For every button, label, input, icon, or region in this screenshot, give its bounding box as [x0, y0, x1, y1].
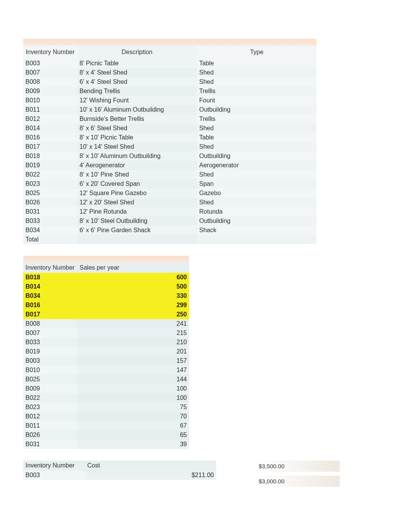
cell-inventory-number: B008	[23, 319, 77, 328]
cell-description: 12' Pine Rotunda	[77, 207, 197, 216]
table2-header-row: Inventory Number Sales per year	[23, 263, 189, 273]
cell-inventory-number: B017	[23, 142, 77, 151]
cell-type: Outbuilding	[197, 216, 317, 226]
cell-type: Table	[197, 133, 317, 142]
cell-sales-value: 600	[77, 273, 189, 282]
cell-description: 8' x 10' Pine Shed	[77, 170, 197, 179]
col-description: Description	[77, 46, 197, 59]
cell-sales-value: 67	[77, 421, 189, 430]
table-row: B0188' x 10' Aluminum OutbuildingOutbuil…	[23, 151, 317, 161]
cell-total-label: Total	[23, 235, 77, 244]
table1-top-bar	[23, 39, 317, 46]
amount-value: $3,500.00	[255, 461, 340, 472]
table-row: B01710' x 14' Steel ShedShed	[23, 142, 317, 151]
table-row: B012Burnside's Better TrellisTrellis	[23, 114, 317, 124]
table1-header-row: Inventory Number Description Type	[23, 46, 317, 59]
cell-inventory-number: B023	[23, 403, 77, 412]
table-row: B025144	[23, 375, 189, 384]
cell-description: 6' x 20' Covered Span	[77, 179, 197, 189]
table-row: B0078' x 4' Steel ShedShed	[23, 68, 317, 77]
table-row: B02375	[23, 403, 189, 412]
table-row: B007215	[23, 328, 189, 338]
col-sales-per-year: Sales per year	[77, 263, 189, 273]
cell-type: Shed	[197, 142, 317, 151]
cell-inventory-number: B009	[23, 87, 77, 96]
cell-description: 12' Wishing Fount	[77, 96, 197, 105]
table-row: B016299	[23, 301, 189, 310]
cell-inventory-number: B011	[23, 105, 77, 114]
table-row: B02665	[23, 430, 189, 440]
cell-type: Outbuilding	[197, 105, 317, 114]
cell-inventory-number: B012	[23, 412, 77, 421]
cell-inventory-number: B018	[23, 151, 77, 161]
cell-inventory-number: B022	[23, 170, 77, 179]
table-row: B0236' x 20' Covered SpanSpan	[23, 179, 317, 189]
cell-description: 8' x 4' Steel Shed	[77, 68, 197, 77]
col-inventory-number: Inventory Number	[23, 461, 85, 471]
table-row: B017250	[23, 310, 189, 319]
table-row: B03112' Pine RotundaRotunda	[23, 207, 317, 216]
col-cost: Cost	[85, 461, 216, 471]
cell-type: Rotunda	[197, 207, 317, 216]
cell-inventory-number: B018	[23, 273, 77, 282]
cell-description: 12' x 20' Steel Shed	[77, 198, 197, 207]
table-row: B008241	[23, 319, 189, 328]
cell-inventory-number: B022	[23, 393, 77, 403]
table-row: B003$211.00	[23, 471, 216, 480]
cell-inventory-number: B023	[23, 179, 77, 189]
table-row: B0148' x 6' Steel ShedShed	[23, 124, 317, 133]
table-row: B034330	[23, 291, 189, 301]
table-row: B009Bending TrellisTrellis	[23, 87, 317, 96]
cell-inventory-number: B019	[23, 347, 77, 356]
cost-table: Inventory Number Cost B003$211.00	[23, 461, 216, 480]
cell-inventory-number: B011	[23, 421, 77, 430]
cell-inventory-number: B025	[23, 189, 77, 198]
cell-inventory-number: B026	[23, 198, 77, 207]
cell-inventory-number: B034	[23, 291, 77, 301]
cell-sales-value: 39	[77, 440, 189, 449]
cell-inventory-number: B010	[23, 96, 77, 105]
cell-sales-value: 100	[77, 384, 189, 393]
cell-type: Shack	[197, 226, 317, 235]
cell-inventory-number: B014	[23, 282, 77, 291]
cell-sales-value: 250	[77, 310, 189, 319]
cell-sales-value: 201	[77, 347, 189, 356]
cell-description: 8' Picnic Table	[77, 59, 197, 68]
table-row: B02512' Square Pine GazeboGazebo	[23, 189, 317, 198]
cell-inventory-number: B026	[23, 430, 77, 440]
table-row: B022100	[23, 393, 189, 403]
cell-inventory-number: B008	[23, 77, 77, 87]
cell-type: Table	[197, 59, 317, 68]
cell-type: Shed	[197, 124, 317, 133]
cell-inventory-number: B016	[23, 301, 77, 310]
cell-inventory-number: B031	[23, 207, 77, 216]
cell-description: 8' x 10' Steel Outbuilding	[77, 216, 197, 226]
cell-sales-value: 210	[77, 338, 189, 347]
cell-sales-value: 100	[77, 393, 189, 403]
table-row: B0168' x 10' Picnic TableTable	[23, 133, 317, 142]
cell-type: Shed	[197, 68, 317, 77]
cell-inventory-number: B012	[23, 114, 77, 124]
cell-type: Shed	[197, 198, 317, 207]
cell-description: 4' Aerogenerator	[77, 161, 197, 170]
cell-description: 8' x 6' Steel Shed	[77, 124, 197, 133]
cell-inventory-number: B003	[23, 59, 77, 68]
cell-sales-value: 299	[77, 301, 189, 310]
cell-inventory-number: B003	[23, 356, 77, 365]
cell-type: Span	[197, 179, 317, 189]
table-row: B03139	[23, 440, 189, 449]
table-row: B02612' x 20' Steel ShedShed	[23, 198, 317, 207]
cell-type: Fount	[197, 96, 317, 105]
cell-description: 6' x 6' Pine Garden Shack	[77, 226, 197, 235]
cell-inventory-number: B010	[23, 365, 77, 375]
cell-inventory-number: B033	[23, 216, 77, 226]
cell-type: Trellis	[197, 114, 317, 124]
cell-description: 6' x 4' Steel Shed	[77, 77, 197, 87]
table-row: B018600	[23, 273, 189, 282]
cell-type: Shed	[197, 77, 317, 87]
table-row: B0338' x 10' Steel OutbuildingOutbuildin…	[23, 216, 317, 226]
cell-sales-value: 241	[77, 319, 189, 328]
side-amounts: $3,500.00 $3,000.00	[255, 461, 340, 491]
cell-sales-value: 75	[77, 403, 189, 412]
cell-sales-value: 70	[77, 412, 189, 421]
